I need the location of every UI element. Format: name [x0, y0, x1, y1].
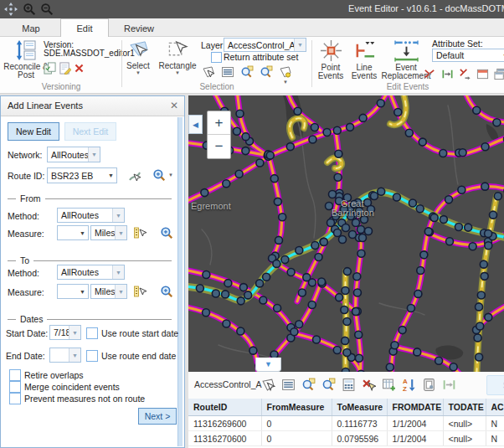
to-measure-pick-icon[interactable] — [133, 285, 147, 298]
event-windows-icon[interactable] — [494, 68, 504, 80]
map-label-egremont: Egremont — [191, 201, 231, 211]
reconcile-post-button[interactable]: Reconcile & Post — [3, 39, 49, 80]
route-id-combo[interactable]: BSR23 EB▼ — [47, 167, 117, 183]
table-cell: 11316270600 — [188, 431, 261, 446]
col-frommeasure[interactable]: FromMeasure — [261, 399, 332, 416]
event-editor-window: Event Editor - v10.6.1 - docMassDOTM Map… — [0, 0, 504, 448]
from-measure-label: Measure: — [8, 229, 44, 239]
selection-list-icon[interactable] — [221, 65, 234, 79]
map-zoom-control: + − — [207, 111, 231, 159]
select-route-on-map-icon[interactable] — [128, 169, 141, 183]
table-measure-icon[interactable] — [442, 378, 456, 392]
zoom-to-route-icon[interactable] — [152, 168, 167, 183]
chevron-down-icon[interactable]: ▼ — [168, 173, 173, 178]
collapse-table-arrow[interactable]: ▼ — [255, 358, 281, 372]
split-event-icon[interactable] — [424, 68, 436, 80]
table-report-icon[interactable] — [422, 378, 436, 392]
close-icon[interactable]: ✕ — [168, 100, 180, 111]
to-unit-combo[interactable]: Miles▼ — [90, 284, 127, 299]
table-row[interactable]: 1131626960000.11167731/1/2004<null>N — [188, 416, 504, 431]
merge-coincident-events-checkbox[interactable] — [9, 381, 21, 393]
zoom-in-icon[interactable] — [23, 3, 36, 16]
select-button[interactable]: Select ▼ — [123, 39, 153, 75]
from-measure-pick-icon[interactable] — [133, 226, 147, 239]
collapse-panel-arrow[interactable]: ◀ — [188, 115, 203, 134]
zoom-out-icon[interactable] — [40, 3, 54, 16]
table-calculate-icon[interactable] — [342, 378, 356, 392]
panel-scrollbar[interactable] — [177, 117, 183, 446]
col-fromdate[interactable]: FROMDATE — [387, 399, 443, 416]
next-edit-button[interactable]: Next Edit — [64, 122, 116, 141]
use-route-end-date-checkbox[interactable] — [86, 350, 98, 362]
new-version-icon[interactable] — [59, 62, 71, 75]
table-cell: 11316269600 — [188, 416, 261, 431]
chevron-down-icon: ▼ — [105, 168, 116, 183]
map-view[interactable]: Egremont Great Barrington ◀ + − ▼ — [188, 95, 504, 372]
table-row[interactable]: 1131627060000.07955961/1/2004<null>N — [188, 431, 504, 446]
col-todate[interactable]: TODATE — [443, 399, 486, 416]
tab-map[interactable]: Map — [7, 21, 55, 37]
use-route-start-date-checkbox[interactable] — [86, 327, 98, 339]
end-date-combo[interactable]: ▼ — [49, 348, 81, 363]
retire-overlaps-label: Retire overlaps — [24, 370, 84, 380]
from-unit-combo[interactable]: Miles▼ — [90, 225, 127, 240]
return-attribute-set-label: Return attribute set — [224, 52, 298, 62]
table-select-shape-icon[interactable] — [261, 378, 275, 392]
from-zoom-icon[interactable] — [160, 226, 174, 240]
network-combo[interactable]: AllRoutes▼ — [47, 147, 100, 162]
refresh-version-icon[interactable] — [44, 62, 56, 75]
table-pan-selected-icon[interactable] — [321, 378, 336, 392]
table-sort-icon[interactable]: AZ — [402, 378, 416, 392]
snap-event-icon[interactable] — [459, 68, 471, 80]
next-button[interactable]: Next > — [138, 408, 177, 425]
chevron-down-icon: ▼ — [136, 70, 141, 75]
delete-version-icon[interactable] — [74, 63, 85, 74]
col-tomeasure[interactable]: ToMeasure — [332, 399, 387, 416]
table-save-button[interactable]: S — [486, 375, 504, 395]
point-events-icon — [320, 39, 342, 62]
add-linear-events-panel: Add Linear Events ✕ New Edit Next Edit N… — [0, 95, 185, 448]
map-zoom-out-button[interactable]: − — [208, 135, 230, 158]
col-ac[interactable]: AC — [486, 399, 504, 416]
table-list-icon[interactable] — [281, 378, 296, 392]
select-by-polygon-icon[interactable] — [202, 65, 215, 79]
start-date-combo[interactable]: 7/18/▼ — [49, 325, 81, 340]
chevron-down-icon: ▼ — [115, 226, 126, 239]
rectangle-select-button[interactable]: Rectangle ▼ — [157, 39, 198, 75]
tab-edit[interactable]: Edit — [60, 18, 109, 37]
use-route-start-date-label: Use route start date — [101, 328, 178, 338]
edit-events-group-label: Edit Events — [311, 82, 504, 91]
to-measure-combo[interactable]: ▼ — [57, 284, 89, 299]
zoom-to-selection-icon[interactable] — [240, 65, 254, 79]
dates-section-separator: Dates — [8, 314, 172, 324]
chevron-down-icon: ▼ — [500, 49, 504, 61]
line-events-button[interactable]: Line Events — [348, 39, 380, 80]
pan-icon[interactable] — [4, 3, 18, 16]
table-clear-selection-icon[interactable] — [362, 378, 376, 392]
measure-event-icon[interactable] — [441, 68, 454, 80]
svg-text:Z: Z — [403, 385, 407, 392]
layer-combo[interactable]: AccessControl_A▼ — [224, 38, 306, 52]
from-measure-combo[interactable]: ▼ — [57, 225, 89, 240]
to-method-combo[interactable]: AllRoutes▼ — [57, 265, 125, 280]
prevent-measures-checkbox[interactable] — [9, 393, 21, 404]
chevron-down-icon: ▼ — [77, 285, 88, 298]
event-window-icon[interactable] — [476, 68, 489, 80]
tab-review[interactable]: Review — [114, 21, 164, 37]
return-attribute-set-checkbox[interactable] — [211, 52, 222, 63]
to-method-label: Method: — [8, 268, 39, 278]
chevron-down-icon: ▼ — [69, 326, 80, 339]
table-add-record-icon[interactable] — [382, 378, 396, 392]
to-zoom-icon[interactable] — [160, 285, 174, 299]
from-method-combo[interactable]: AllRoutes▼ — [57, 208, 125, 223]
point-events-button[interactable]: Point Events — [315, 39, 347, 80]
retire-overlaps-checkbox[interactable] — [9, 369, 21, 381]
col-routeid[interactable]: RouteID — [188, 399, 261, 416]
pan-to-selection-icon[interactable] — [260, 65, 273, 79]
map-zoom-in-button[interactable]: + — [208, 111, 230, 135]
table-zoom-selected-icon[interactable] — [301, 378, 316, 392]
clear-selection-shape-icon[interactable] — [279, 65, 292, 79]
attribute-set-combo[interactable]: Default▼ — [432, 49, 504, 62]
table-cell: 1/1/2004 — [387, 416, 443, 431]
new-edit-button[interactable]: New Edit — [8, 122, 59, 141]
